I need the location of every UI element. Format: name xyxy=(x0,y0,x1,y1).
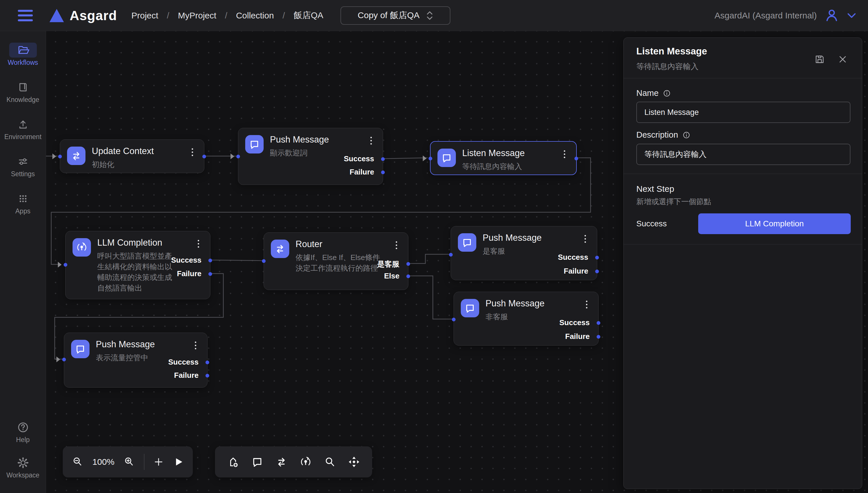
output-port-else[interactable] xyxy=(406,274,410,278)
output-port-success[interactable] xyxy=(595,256,599,259)
save-icon[interactable] xyxy=(814,53,826,66)
output-port-success[interactable] xyxy=(208,259,212,262)
node-subtitle: 顯示歡迎詞 xyxy=(270,148,307,158)
llm-node-button[interactable] xyxy=(299,455,312,469)
account-label: AsgardAI (Asgard Internal) xyxy=(715,10,817,20)
sidebar-item-help[interactable]: Help xyxy=(0,420,46,444)
sidebar-label: Knowledge xyxy=(7,96,40,104)
breadcrumb-myproject[interactable]: MyProject xyxy=(178,10,216,20)
output-label-failure: Failure xyxy=(174,371,199,380)
chevron-up-down-icon xyxy=(426,10,433,20)
node-push-message-welcome[interactable]: Push Message 顯示歡迎詞 Success Failure xyxy=(238,128,383,185)
search-button[interactable] xyxy=(323,455,336,469)
node-push-message-traffic[interactable]: Push Message 表示流量控管中 Success Failure xyxy=(64,333,207,388)
node-title: Push Message xyxy=(96,339,155,349)
output-port-failure[interactable] xyxy=(205,374,209,378)
node-update-context[interactable]: Update Context 初始化 xyxy=(60,140,204,173)
node-push-message-agent[interactable]: Push Message 是客服 Success Failure xyxy=(451,226,597,280)
input-port[interactable] xyxy=(428,157,432,160)
node-subtitle: 是客服 xyxy=(483,246,505,257)
add-node-button[interactable] xyxy=(226,455,240,469)
play-button[interactable] xyxy=(173,456,184,468)
sidebar-item-workspace[interactable]: Workspace xyxy=(0,455,46,479)
node-router[interactable]: Router 依據If、Else If、Else條件決定工作流程執行的路徑 是客… xyxy=(264,232,408,290)
input-port[interactable] xyxy=(452,318,455,321)
sidebar-item-environment[interactable]: Environment xyxy=(0,117,46,141)
breadcrumb-separator: / xyxy=(225,10,227,20)
output-port-failure[interactable] xyxy=(208,272,212,276)
add-button[interactable] xyxy=(153,456,164,468)
swap-arrows-node-button[interactable] xyxy=(275,455,288,469)
hamburger-menu-icon[interactable] xyxy=(18,10,33,21)
kebab-menu-icon[interactable] xyxy=(564,150,565,158)
output-port-failure[interactable] xyxy=(597,335,600,339)
sidebar-item-settings[interactable]: Settings xyxy=(0,154,46,178)
chat-bubble-node-button[interactable] xyxy=(251,455,264,469)
divider xyxy=(144,454,144,470)
kebab-menu-icon[interactable] xyxy=(192,148,193,156)
node-subtitle: 非客服 xyxy=(486,312,508,322)
input-port[interactable] xyxy=(236,155,240,158)
output-label-failure: Failure xyxy=(350,168,374,176)
output-port-iskefu[interactable] xyxy=(406,262,410,266)
sidebar-label: Apps xyxy=(15,207,30,215)
output-port-failure[interactable] xyxy=(381,170,385,174)
output-label-failure: Failure xyxy=(565,332,590,341)
input-port[interactable] xyxy=(58,155,62,158)
chevron-down-icon[interactable] xyxy=(847,12,856,19)
output-port-success[interactable] xyxy=(205,361,209,364)
breadcrumb-project[interactable]: Project xyxy=(131,10,158,20)
kebab-menu-icon[interactable] xyxy=(371,137,372,145)
input-arrow-icon xyxy=(52,153,56,159)
workflow-selector-dropdown[interactable]: Copy of 飯店QA xyxy=(340,6,450,25)
output-label-success: Success xyxy=(171,256,201,265)
fit-view-button[interactable] xyxy=(348,455,361,469)
info-icon[interactable] xyxy=(663,89,671,98)
kebab-menu-icon[interactable] xyxy=(584,235,586,243)
input-port[interactable] xyxy=(449,253,453,257)
breadcrumb: Project / MyProject / Collection / 飯店QA xyxy=(131,9,323,21)
kebab-menu-icon[interactable] xyxy=(396,241,397,249)
output-port-success[interactable] xyxy=(597,321,600,325)
kebab-menu-icon[interactable] xyxy=(586,301,587,308)
input-arrow-icon xyxy=(230,153,234,159)
output-port[interactable] xyxy=(202,155,206,158)
zoom-out-button[interactable] xyxy=(71,455,84,468)
kebab-menu-icon[interactable] xyxy=(198,240,199,248)
sliders-icon xyxy=(17,155,29,168)
info-icon[interactable] xyxy=(682,131,691,140)
close-icon[interactable] xyxy=(837,54,848,66)
name-input[interactable] xyxy=(636,102,850,123)
next-step-node-button[interactable]: LLM Completion xyxy=(698,213,851,234)
panel-subtitle: 等待訊息內容輸入 xyxy=(636,61,698,72)
node-llm-completion[interactable]: LLM Completion 呼叫大型語言模型並產生結構化的資料輸出以輔助流程的… xyxy=(65,231,210,299)
zoom-in-button[interactable] xyxy=(123,455,136,468)
chat-bubble-icon xyxy=(71,340,89,358)
node-push-message-nonagent[interactable]: Push Message 非客服 Success Failure xyxy=(453,292,599,346)
user-icon[interactable] xyxy=(824,8,839,23)
node-title: Push Message xyxy=(270,134,329,145)
node-subtitle: 初始化 xyxy=(92,159,114,170)
node-listen-message[interactable]: Listen Message 等待訊息內容輸入 xyxy=(430,141,577,175)
node-title: Push Message xyxy=(483,233,542,243)
kebab-menu-icon[interactable] xyxy=(195,342,196,349)
output-port-failure[interactable] xyxy=(595,270,599,273)
swap-arrows-icon xyxy=(271,240,289,258)
node-subtitle: 依據If、Else If、Else條件決定工作流程執行的路徑 xyxy=(295,252,382,274)
node-title: Update Context xyxy=(92,146,154,156)
sidebar-item-workflows[interactable]: Workflows xyxy=(0,43,46,66)
input-port[interactable] xyxy=(262,259,266,263)
output-port[interactable] xyxy=(575,157,578,160)
input-port[interactable] xyxy=(64,263,67,267)
sidebar-label: Workspace xyxy=(6,471,40,479)
breadcrumb-collection[interactable]: Collection xyxy=(236,10,274,20)
triangle-logo-icon xyxy=(49,9,64,22)
input-port[interactable] xyxy=(62,358,66,361)
description-input[interactable] xyxy=(636,144,850,165)
sidebar-item-knowledge[interactable]: Knowledge xyxy=(0,80,46,104)
node-title: Push Message xyxy=(486,298,544,309)
sidebar-item-apps[interactable]: Apps xyxy=(0,191,46,215)
output-port-success[interactable] xyxy=(381,157,385,161)
breadcrumb-workflow[interactable]: 飯店QA xyxy=(293,9,323,21)
chat-bubble-icon xyxy=(458,233,476,252)
